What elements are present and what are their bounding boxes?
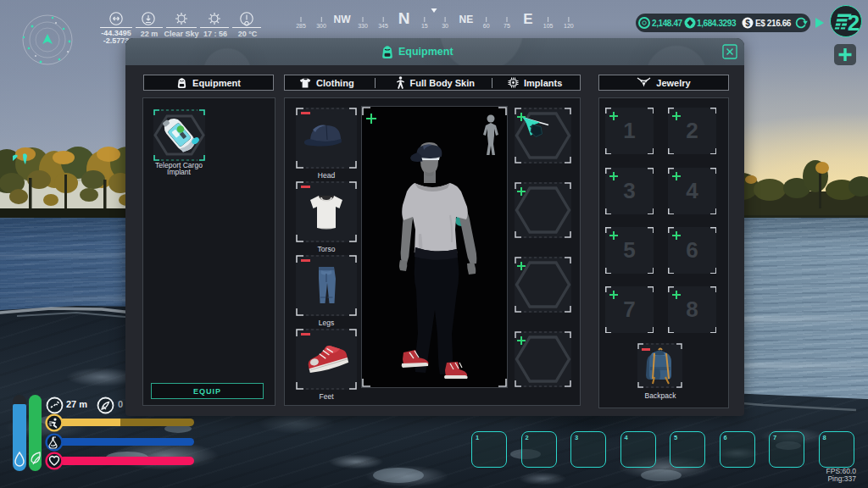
svg-text:$: $ [745, 19, 750, 28]
svg-text:2: 2 [848, 10, 860, 36]
